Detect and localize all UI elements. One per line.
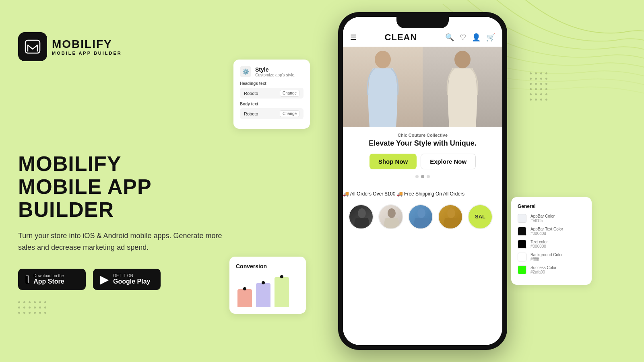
- colors-card: General AppBar Color #eff1f5 AppBar Text…: [511, 197, 592, 285]
- success-color-swatch[interactable]: [518, 265, 526, 274]
- appstore-button[interactable]:  Download on the App Store: [18, 269, 86, 290]
- playstore-big-label: Google Play: [113, 278, 150, 285]
- hero-title: MOBILIFY MOBILE APP BUILDER: [18, 152, 252, 222]
- dot-3: [427, 175, 430, 178]
- phone-cta-row: Shop Now Explore Now: [350, 154, 495, 169]
- category-3[interactable]: [408, 204, 433, 229]
- hero-description: Turn your store into iOS & Android mobil…: [18, 230, 227, 253]
- phone-hero-image: [343, 47, 502, 127]
- phone-notch: [396, 17, 449, 28]
- phone-wrapper: ☰ CLEAN 🔍 ♡ 👤 🛒: [338, 12, 507, 350]
- appbar-text-color-info: AppBar Text Color #0d0d0d: [530, 227, 563, 236]
- app-buttons:  Download on the App Store ▶ GET IT ON …: [18, 269, 252, 290]
- phone-nav-icons: 🔍 ♡ 👤 🛒: [445, 33, 495, 42]
- bg-color-hex: #ffffff: [530, 257, 563, 261]
- fashion-figure-2: [423, 47, 502, 127]
- category-circle-5: SAL: [468, 204, 493, 229]
- category-circle-3: [408, 204, 433, 229]
- bar-purple: [256, 283, 270, 307]
- menu-icon[interactable]: ☰: [350, 33, 357, 42]
- logo-subtitle: MOBILE APP BUILDER: [52, 51, 122, 56]
- style-card-header: ⚙️ Style Customize app's style.: [240, 66, 303, 77]
- phone-ticker: 🚚 All Orders Over $100 🚚 Free Shipping O…: [343, 188, 502, 200]
- category-4[interactable]: [438, 204, 463, 229]
- phone-product-title: Elevate Your Style with Unique.: [350, 139, 495, 148]
- text-color-hex: #000000: [530, 244, 548, 249]
- body-font: Roboto: [244, 111, 258, 116]
- playstore-text: GET IT ON Google Play: [113, 274, 150, 285]
- hero-title-line1: MOBILIFY: [18, 152, 252, 175]
- svg-point-7: [417, 208, 425, 218]
- fashion-figure-1: [343, 47, 423, 127]
- success-color-hex: #2afa00: [530, 270, 556, 274]
- appbar-color-hex: #eff1f5: [530, 218, 555, 223]
- phone-brand: CLEAN: [385, 32, 417, 43]
- svg-point-4: [454, 51, 471, 68]
- headings-label: Headings text: [240, 81, 303, 86]
- user-icon[interactable]: 👤: [472, 33, 481, 42]
- playstore-small-label: GET IT ON: [113, 274, 150, 278]
- shop-now-button[interactable]: Shop Now: [369, 154, 417, 169]
- style-card-titles: Style Customize app's style.: [255, 66, 295, 77]
- headings-font: Roboto: [244, 91, 258, 96]
- hero-overlay: [343, 47, 502, 127]
- style-card-subtitle: Customize app's style.: [255, 73, 295, 77]
- bar-2: [256, 283, 270, 307]
- bg-color-info: Background Color #ffffff: [530, 253, 563, 261]
- appbar-color-info: AppBar Color #eff1f5: [530, 214, 555, 223]
- phone-product-area: Chic Couture Collective Elevate Your Sty…: [343, 127, 502, 188]
- svg-point-8: [447, 208, 455, 218]
- apple-icon: : [25, 273, 29, 286]
- playstore-icon: ▶: [100, 273, 109, 286]
- bg-color-name: Background Color: [530, 253, 563, 257]
- category-1[interactable]: [349, 204, 374, 229]
- appbar-text-color-hex: #0d0d0d: [530, 231, 563, 236]
- cart-icon[interactable]: 🛒: [486, 33, 495, 42]
- success-color-name: Success Color: [530, 265, 556, 270]
- color-row-bg: Background Color #ffffff: [518, 253, 585, 261]
- text-color-swatch[interactable]: [518, 240, 526, 249]
- color-row-appbar-text: AppBar Text Color #0d0d0d: [518, 227, 585, 236]
- bg-color-swatch[interactable]: [518, 253, 526, 261]
- category-2[interactable]: [378, 204, 403, 229]
- headings-change-btn[interactable]: Change: [280, 90, 299, 97]
- bar-pink: [237, 289, 252, 307]
- appbar-color-swatch[interactable]: [518, 214, 526, 223]
- logo-text: MOBILIFY MOBILE APP BUILDER: [52, 38, 122, 56]
- text-color-info: Text color #000000: [530, 240, 548, 249]
- appstore-big-label: App Store: [33, 278, 64, 285]
- heart-icon[interactable]: ♡: [460, 33, 466, 42]
- appbar-color-name: AppBar Color: [530, 214, 555, 218]
- body-label: Body text: [240, 102, 303, 106]
- explore-now-button[interactable]: Explore Now: [421, 154, 476, 169]
- category-circle-1: [349, 204, 374, 229]
- conversion-bars: [236, 275, 299, 307]
- appbar-text-color-swatch[interactable]: [518, 227, 526, 236]
- carousel-dots: [350, 175, 495, 178]
- appbar-text-color-name: AppBar Text Color: [530, 227, 563, 231]
- style-icon: ⚙️: [240, 66, 251, 77]
- color-row-text: Text color #000000: [518, 240, 585, 249]
- playstore-button[interactable]: ▶ GET IT ON Google Play: [93, 269, 161, 290]
- bar-3: [275, 277, 289, 307]
- svg-point-3: [375, 51, 391, 68]
- appstore-text: Download on the App Store: [33, 274, 64, 285]
- logo-title: MOBILIFY: [52, 38, 122, 51]
- success-color-info: Success Color #2afa00: [530, 265, 556, 274]
- svg-point-6: [388, 208, 396, 218]
- svg-point-5: [358, 208, 366, 218]
- logo-area: MOBILIFY MOBILE APP BUILDER: [18, 32, 122, 61]
- category-5[interactable]: SAL: [468, 204, 493, 229]
- phone-screen: ☰ CLEAN 🔍 ♡ 👤 🛒: [343, 17, 502, 345]
- search-icon[interactable]: 🔍: [445, 33, 454, 42]
- style-card: ⚙️ Style Customize app's style. Headings…: [233, 60, 310, 129]
- bar-green: [275, 277, 289, 307]
- category-circle-4: [438, 204, 463, 229]
- colors-card-title: General: [518, 204, 585, 209]
- dot-2: [421, 175, 424, 178]
- logo-icon: [18, 32, 47, 61]
- body-change-btn[interactable]: Change: [280, 110, 299, 117]
- text-color-name: Text color: [530, 240, 548, 244]
- body-row: Roboto Change: [240, 108, 303, 119]
- color-row-success: Success Color #2afa00: [518, 265, 585, 274]
